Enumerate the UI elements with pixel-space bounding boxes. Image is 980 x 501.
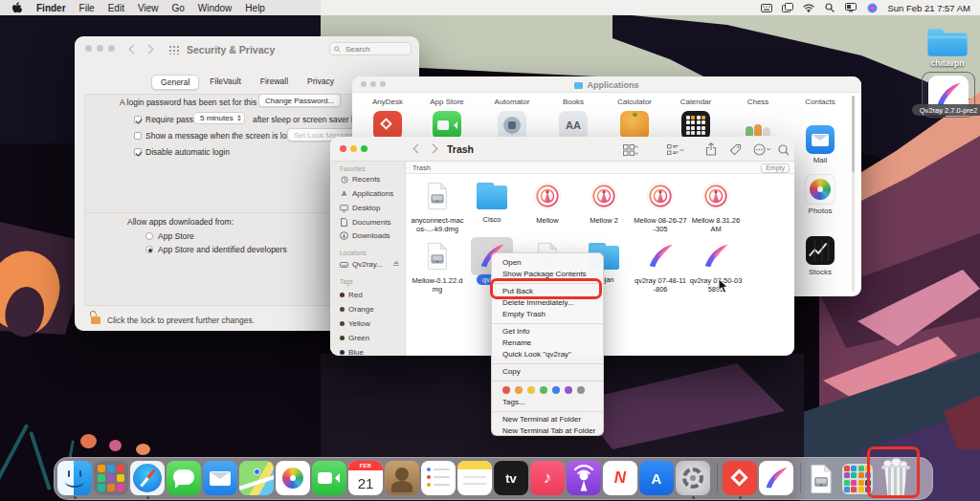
zoom-button[interactable] — [108, 45, 115, 52]
back-icon[interactable] — [413, 144, 423, 154]
menu-item-tags[interactable]: Tags... — [492, 397, 603, 408]
tab-filevault[interactable]: FileVault — [201, 75, 249, 90]
menu-item-open[interactable]: Open — [492, 257, 603, 269]
tab-general[interactable]: General — [151, 75, 199, 90]
back-icon[interactable] — [129, 45, 139, 54]
desktop-folder-chitavpn-icon[interactable] — [926, 25, 969, 57]
app-label-anydesk[interactable]: AnyDesk — [359, 98, 416, 106]
sidebar-tag-red[interactable]: Red — [340, 291, 363, 299]
tab-privacy[interactable]: Privacy — [299, 75, 343, 90]
scrollbar[interactable] — [852, 96, 855, 292]
show-message-checkbox[interactable] — [134, 132, 142, 140]
menu-item-finder[interactable]: Finder — [36, 3, 66, 13]
sidebar-item-qv2ray-disk[interactable]: Qv2ray... — [340, 260, 405, 269]
menu-item-new-terminal-tab[interactable]: New Terminal Tab at Folder — [492, 425, 603, 437]
file-cisco-folder[interactable]: Cisco — [465, 182, 519, 224]
close-button[interactable] — [85, 45, 92, 52]
app-icon-stocks[interactable] — [806, 236, 835, 265]
dock-icon-app-store[interactable]: A — [639, 461, 674, 495]
tag-color-gray[interactable] — [577, 386, 585, 394]
search-field[interactable] — [329, 42, 412, 55]
dock-icon-podcasts[interactable] — [567, 461, 601, 495]
app-label-calculator[interactable]: Calculator — [606, 98, 663, 106]
close-button[interactable] — [340, 145, 346, 152]
tag-color-red[interactable] — [502, 386, 510, 394]
sidebar-item-desktop[interactable]: Desktop — [340, 204, 380, 212]
dock-icon-mail[interactable] — [203, 461, 237, 495]
app-label-calendar[interactable]: Calendar — [667, 98, 724, 106]
app-label-books[interactable]: Books — [545, 98, 602, 106]
app-icon-red[interactable] — [373, 111, 402, 140]
radio-app-store-identified[interactable] — [145, 246, 153, 253]
file-mellow-2[interactable]: Mellow 2 — [577, 182, 631, 225]
dock-icon-dmg-file[interactable] — [806, 464, 836, 494]
desktop-app-qv2ray-label[interactable]: Qv2ray 2.7.0-pre2 — [912, 104, 980, 116]
dock-icon-maps[interactable] — [239, 461, 274, 495]
file-mellow-08[interactable]: Mellow 08-26-27-305 — [634, 182, 687, 234]
disable-auto-login-checkbox[interactable] — [134, 148, 142, 156]
tag-color-orange[interactable] — [515, 386, 523, 394]
search-input[interactable] — [344, 44, 401, 54]
menu-item-go[interactable]: Go — [171, 3, 184, 13]
file-anyconnect-dmg[interactable]: anyconnect-macos-...-k9.dmg — [411, 182, 464, 234]
menu-item-get-info[interactable]: Get Info — [492, 326, 603, 338]
file-mellow-dmg[interactable]: Mellow-0.1.22.dmg — [411, 242, 464, 294]
tag-color-purple[interactable] — [565, 386, 572, 394]
app-label-photos[interactable]: Photos — [791, 207, 849, 215]
app-label-automator[interactable]: Automator — [483, 98, 541, 106]
show-all-icon[interactable] — [168, 45, 179, 54]
forward-icon[interactable] — [145, 45, 154, 54]
app-label-mail[interactable]: Mail — [791, 156, 849, 164]
more-icon[interactable] — [753, 142, 771, 160]
dock-icon-contacts[interactable] — [385, 461, 419, 495]
group-view-icon[interactable] — [667, 142, 684, 160]
eject-icon[interactable] — [393, 261, 399, 266]
app-label-app-store[interactable]: App Store — [418, 98, 476, 106]
dock-icon-safari[interactable] — [130, 461, 165, 495]
dock-icon-reminders[interactable] — [421, 461, 456, 495]
dock-icon-anydesk[interactable] — [723, 461, 757, 495]
sidebar-tag-green[interactable]: Green — [340, 334, 369, 342]
file-qv2ray-0750[interactable]: qv2ray 07-50-035892 — [689, 242, 743, 294]
dock-icon-finder[interactable] — [57, 461, 92, 495]
minimize-button[interactable] — [350, 145, 357, 152]
app-icon-automator[interactable] — [498, 111, 526, 140]
dock-icon-launchpad[interactable] — [94, 461, 128, 495]
spotlight-icon[interactable] — [824, 2, 835, 13]
menu-item-new-terminal[interactable]: New Terminal at Folder — [492, 414, 603, 425]
display-icon[interactable] — [845, 2, 857, 13]
sidebar-item-documents[interactable]: Documents — [340, 218, 390, 227]
app-label-chess[interactable]: Chess — [729, 98, 787, 106]
radio-app-store[interactable] — [145, 232, 153, 240]
share-icon[interactable] — [705, 142, 717, 160]
app-icon-orange[interactable] — [620, 111, 649, 140]
sidebar-item-applications[interactable]: A Applications — [340, 189, 393, 198]
dock-icon-facetime[interactable] — [312, 461, 346, 495]
dock-icon-qv2ray[interactable] — [759, 461, 793, 495]
wifi-icon[interactable] — [803, 2, 814, 13]
menu-item-empty-trash[interactable]: Empty Trash — [492, 309, 603, 320]
search-icon[interactable] — [778, 142, 790, 160]
change-password-button[interactable]: Change Password... — [258, 94, 341, 107]
tags-icon[interactable] — [729, 142, 742, 160]
app-icon-chess[interactable] — [744, 111, 772, 140]
file-mellow-83126[interactable]: Mellow 8.31.26 AM — [689, 182, 743, 234]
menu-item-quick-look[interactable]: Quick Look "qv2ray" — [492, 349, 603, 360]
app-icon-photos[interactable] — [806, 175, 835, 204]
icon-view-icon[interactable] — [623, 142, 638, 160]
app-label-stocks[interactable]: Stocks — [791, 268, 849, 276]
tag-color-green[interactable] — [540, 386, 547, 394]
dock-icon-tv[interactable]: tv — [494, 461, 528, 495]
dock-icon-music[interactable]: ♪ — [530, 461, 565, 495]
menu-item-view[interactable]: View — [138, 3, 159, 13]
file-qv2ray-0748[interactable]: qv2ray 07-48-11-806 — [634, 242, 687, 294]
dock-icon-notes[interactable] — [457, 461, 492, 495]
app-icon-books[interactable]: AA — [559, 111, 588, 140]
stage-manager-icon[interactable] — [782, 2, 793, 13]
sidebar-item-downloads[interactable]: Downloads — [340, 231, 390, 240]
menu-item-rename[interactable]: Rename — [492, 338, 603, 349]
zoom-button[interactable] — [361, 145, 368, 152]
app-icon-black-grid[interactable] — [681, 111, 710, 140]
minimize-button[interactable] — [97, 45, 103, 52]
desktop-folder-chitavpn-label[interactable]: chitavpn — [921, 58, 974, 68]
